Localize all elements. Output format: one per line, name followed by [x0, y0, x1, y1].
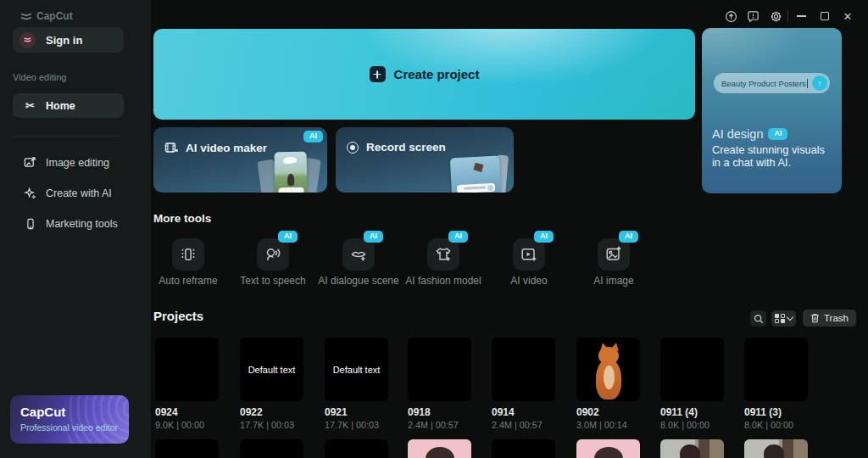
project-meta: 2.4M | 00:57 [408, 420, 471, 430]
sidebar-item-marketing-tools[interactable]: Marketing tools [13, 211, 124, 236]
project-thumbnail[interactable]: Default text [240, 338, 303, 401]
text-caret [807, 79, 808, 88]
ai-badge: AI [448, 231, 468, 243]
tshirt-icon [427, 238, 459, 271]
project-card[interactable]: 0911 (3) 8.0K | 00:00 [744, 338, 808, 430]
create-project-button[interactable]: Create project [153, 29, 695, 120]
thumbnail-text: Default text [248, 365, 296, 375]
close-icon: ✕ [843, 10, 853, 23]
sidebar-item-label: Create with AI [46, 187, 112, 199]
maximize-button[interactable] [816, 8, 833, 25]
record-screen-card[interactable]: Record screen [336, 127, 514, 193]
person-shape [594, 447, 623, 458]
project-thumbnail[interactable] [408, 439, 471, 458]
capcut-avatar-icon [24, 36, 31, 43]
ai-badge: AI [303, 131, 323, 142]
trash-icon [810, 313, 820, 323]
chevron-down-icon [787, 314, 793, 321]
project-card[interactable]: Default text 0921 17.7K | 00:03 [325, 338, 388, 430]
project-name: 0922 [240, 406, 303, 418]
ai-badge: AI [619, 231, 638, 243]
person-shape [764, 444, 784, 458]
grid-view-icon [775, 314, 785, 324]
phone-icon [23, 218, 37, 230]
update-button[interactable] [722, 8, 739, 25]
project-name: 0902 [576, 406, 640, 418]
view-mode-button[interactable] [771, 310, 796, 327]
project-thumbnail[interactable] [660, 338, 724, 401]
prompt-text: Beauty Product Posters [721, 79, 806, 88]
bird-shape [282, 155, 297, 165]
project-name: 0914 [492, 406, 555, 418]
project-card[interactable]: 0902 3.0M | 00:14 [576, 338, 640, 430]
project-thumbnail[interactable] [576, 439, 640, 458]
image-edit-icon [23, 156, 37, 169]
record-icon [347, 142, 359, 154]
ai-badge: AI [278, 231, 298, 243]
lips-icon [342, 238, 375, 271]
send-button[interactable]: ↑ [812, 75, 827, 91]
tool-ai-image[interactable]: AI AI image [563, 231, 665, 283]
sidebar-item-image-editing[interactable]: Image editing [13, 150, 124, 175]
auto-reframe-icon [172, 238, 204, 271]
project-card[interactable]: 0918 2.4M | 00:57 [408, 338, 471, 430]
plus-icon [370, 66, 386, 82]
project-thumbnail[interactable] [155, 439, 219, 458]
project-meta: 2.4M | 00:57 [492, 420, 555, 430]
trash-button[interactable]: Trash [803, 310, 856, 327]
projects-title: Projects [153, 309, 203, 323]
scissors-icon: ✂ [23, 99, 37, 112]
record-preview-thumbnail [444, 150, 507, 193]
search-button[interactable] [750, 310, 766, 327]
sparkle-icon [23, 187, 37, 199]
app-logo-text: CapCut [36, 10, 73, 22]
project-thumbnail[interactable] [492, 439, 555, 458]
search-icon [754, 314, 764, 324]
text-to-speech-icon [257, 238, 289, 271]
brand-name: CapCut [20, 405, 65, 419]
card-label: AI video maker [186, 142, 267, 154]
project-card[interactable]: Default text 0922 17.7K | 00:03 [240, 338, 303, 430]
sidebar: CapCut Sign in Video editing ✂ Home Imag… [0, 0, 151, 458]
minimize-icon [797, 15, 806, 17]
thumbnail-text: Default text [333, 365, 381, 375]
project-card[interactable]: 0911 (4) 8.0K | 00:00 [660, 338, 724, 430]
ai-design-prompt-input[interactable]: Beauty Product Posters ↑ [714, 73, 830, 93]
ai-badge: AI [364, 231, 383, 243]
settings-gear-icon[interactable] [767, 8, 784, 25]
project-thumbnail[interactable] [240, 439, 303, 458]
project-card[interactable]: 0924 9.0K | 00:00 [155, 338, 219, 430]
project-thumbnail[interactable] [744, 338, 808, 401]
kite-shape [473, 163, 483, 172]
project-thumbnail[interactable]: Default text [325, 338, 388, 401]
sidebar-item-label: Home [46, 100, 75, 112]
film-icon [164, 141, 178, 154]
project-card[interactable]: 0914 2.4M | 00:57 [492, 338, 555, 430]
arrow-up-icon: ↑ [818, 79, 822, 88]
sign-in-button[interactable]: Sign in [13, 27, 124, 53]
project-thumbnail[interactable] [744, 439, 808, 458]
project-meta: 8.0K | 00:00 [660, 420, 724, 430]
sidebar-item-label: Image editing [46, 157, 109, 169]
maximize-icon [821, 12, 829, 20]
minimize-button[interactable] [793, 8, 810, 25]
card-label: Record screen [366, 141, 446, 154]
brand-badge[interactable]: CapCut Professional video editor [10, 395, 129, 444]
project-thumbnail[interactable] [660, 439, 724, 458]
project-meta: 9.0K | 00:00 [155, 420, 219, 430]
close-button[interactable]: ✕ [839, 8, 856, 25]
project-thumbnail[interactable] [492, 338, 555, 401]
project-thumbnail-cat[interactable] [576, 338, 640, 401]
sidebar-item-home[interactable]: ✂ Home [13, 93, 124, 118]
project-thumbnail[interactable] [155, 338, 219, 401]
project-meta: 17.7K | 00:03 [240, 420, 303, 430]
project-thumbnail[interactable] [325, 439, 388, 458]
sign-in-label: Sign in [46, 34, 82, 47]
ai-video-maker-card[interactable]: AI AI video maker [153, 127, 327, 193]
project-meta: 3.0M | 00:14 [576, 420, 640, 430]
ai-design-card[interactable]: Beauty Product Posters ↑ AI design AI Cr… [702, 28, 842, 193]
project-thumbnail[interactable] [408, 338, 471, 401]
feedback-button[interactable] [744, 8, 761, 25]
tool-label: AI image [563, 275, 665, 287]
sidebar-item-create-with-ai[interactable]: Create with AI [13, 181, 124, 205]
